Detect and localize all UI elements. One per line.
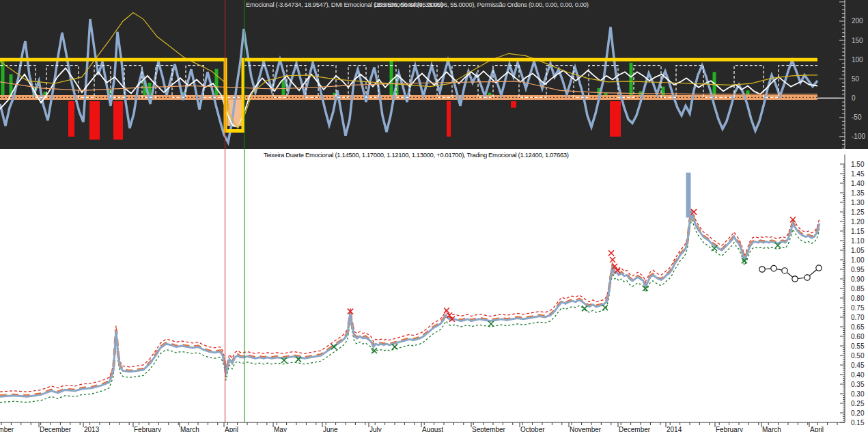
svg-text:1.15: 1.15 [851, 228, 865, 235]
svg-text:October: October [520, 426, 545, 432]
svg-text:1.40: 1.40 [851, 180, 865, 187]
svg-text:1.10: 1.10 [851, 237, 865, 245]
indicator-title-overlay: LBS Emocional (95.0000) [374, 1, 443, 8]
svg-text:1.35: 1.35 [851, 189, 865, 197]
svg-text:December: December [40, 426, 72, 432]
svg-text:0.95: 0.95 [851, 266, 865, 273]
svg-text:March: March [180, 426, 199, 432]
svg-text:1.50: 1.50 [851, 161, 865, 168]
svg-text:100: 100 [852, 56, 863, 64]
svg-text:0.85: 0.85 [851, 285, 865, 293]
svg-text:November: November [570, 426, 602, 432]
svg-text:1.00: 1.00 [851, 256, 865, 264]
svg-text:July: July [369, 426, 382, 432]
svg-text:0.75: 0.75 [851, 304, 865, 312]
price-title: Teixeira Duarte Emocional (1.14500, 1.17… [264, 151, 569, 159]
svg-text:0.35: 0.35 [851, 381, 865, 388]
svg-text:0.50: 0.50 [851, 352, 865, 360]
svg-text:0.40: 0.40 [851, 371, 865, 379]
indicator-title: Emocional (-3.64734, 18.9547), DMI Emoci… [246, 1, 589, 8]
indicator-chart-canvas[interactable]: 200150100500-50-100 [0, 0, 868, 150]
svg-text:February: February [716, 426, 743, 432]
svg-text:0.15: 0.15 [851, 419, 865, 427]
svg-text:1.25: 1.25 [851, 208, 865, 216]
svg-text:0.45: 0.45 [851, 362, 865, 369]
green-event-line [244, 0, 244, 422]
svg-text:September: September [472, 426, 506, 432]
svg-text:1.45: 1.45 [851, 170, 865, 178]
svg-text:0.20: 0.20 [851, 409, 865, 417]
svg-text:2013: 2013 [84, 426, 100, 432]
svg-text:0.80: 0.80 [851, 295, 865, 302]
svg-text:2014: 2014 [667, 426, 682, 432]
svg-text:0.25: 0.25 [851, 400, 865, 407]
svg-text:200: 200 [852, 17, 863, 25]
svg-text:April: April [225, 426, 238, 432]
svg-text:150: 150 [852, 37, 863, 44]
svg-text:0: 0 [852, 94, 856, 102]
svg-text:-50: -50 [852, 113, 862, 121]
svg-text:August: August [422, 426, 443, 432]
trading-workspace: 200150100500-50-100 NovemberDecember2013… [0, 0, 868, 432]
svg-text:0.60: 0.60 [851, 333, 865, 340]
svg-text:February: February [134, 426, 161, 432]
svg-text:1.30: 1.30 [851, 199, 865, 206]
svg-text:April: April [810, 426, 824, 432]
price-panel: NovemberDecember2013FebruaryMarchAprilMa… [0, 149, 868, 432]
svg-text:1.20: 1.20 [851, 218, 865, 226]
svg-text:0.30: 0.30 [851, 390, 865, 398]
svg-text:0.65: 0.65 [851, 323, 865, 331]
svg-text:November: November [0, 426, 14, 432]
svg-text:-100: -100 [852, 133, 865, 140]
svg-text:March: March [762, 426, 781, 432]
svg-text:0.70: 0.70 [851, 314, 865, 321]
price-chart-canvas[interactable]: NovemberDecember2013FebruaryMarchAprilMa… [0, 149, 868, 432]
svg-text:50: 50 [852, 75, 860, 83]
red-event-line [225, 0, 225, 422]
svg-text:1.05: 1.05 [851, 247, 865, 254]
svg-text:0.55: 0.55 [851, 342, 865, 350]
indicator-panel: 200150100500-50-100 [0, 0, 868, 150]
svg-text:December: December [619, 426, 651, 432]
svg-text:May: May [274, 426, 287, 432]
svg-text:June: June [323, 426, 338, 432]
svg-text:0.90: 0.90 [851, 275, 865, 283]
